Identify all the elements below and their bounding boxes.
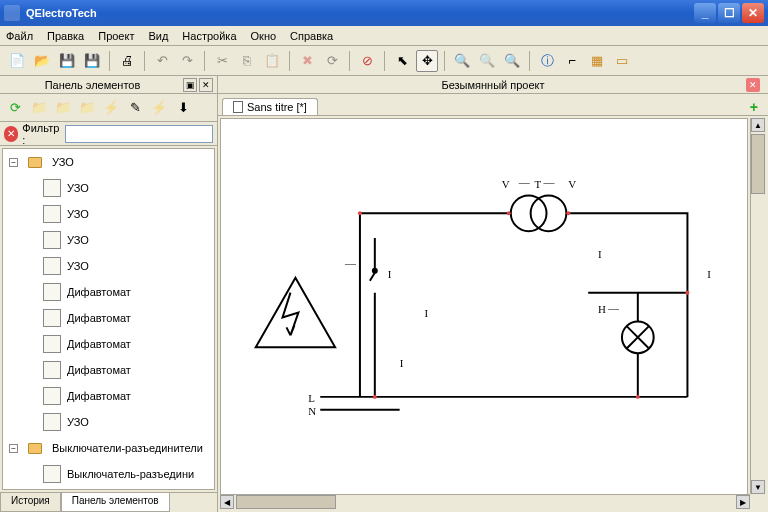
scroll-thumb[interactable] — [236, 495, 336, 509]
project-close-button[interactable]: ✕ — [746, 78, 760, 92]
main-toolbar: 📄 📂 💾 💾 🖨 ↶ ↷ ✂ ⎘ 📋 ✖ ⟳ ⊘ ⬉ ✥ 🔍 🔍 🔍 ⓘ ⌐ … — [0, 46, 768, 76]
wire-tool[interactable]: ⌐ — [561, 50, 583, 72]
horizontal-scrollbar[interactable]: ◀ ▶ — [220, 494, 750, 510]
menu-settings[interactable]: Настройка — [182, 30, 236, 42]
tree-item[interactable]: УЗО — [3, 227, 214, 253]
menu-view[interactable]: Вид — [148, 30, 168, 42]
element-icon — [43, 335, 61, 353]
cut-button[interactable]: ✂ — [211, 50, 233, 72]
stop-button[interactable]: ⊘ — [356, 50, 378, 72]
scroll-down-icon[interactable]: ▼ — [751, 480, 765, 494]
newcat-button[interactable]: 📁 — [28, 97, 50, 119]
element-icon — [43, 361, 61, 379]
element-icon — [43, 413, 61, 431]
svg-point-9 — [636, 395, 640, 399]
svg-text:V: V — [568, 178, 576, 190]
element-icon — [43, 205, 61, 223]
delcat-button[interactable]: 📁 — [76, 97, 98, 119]
filter-row: ✕ Фильтр : — [0, 122, 217, 146]
save-button[interactable]: 💾 — [56, 50, 78, 72]
menu-help[interactable]: Справка — [290, 30, 333, 42]
import-button[interactable]: ⬇ — [172, 97, 194, 119]
menu-window[interactable]: Окно — [251, 30, 277, 42]
editcat-button[interactable]: 📁 — [52, 97, 74, 119]
tree-item[interactable]: УЗО — [3, 201, 214, 227]
frame-button[interactable]: ▭ — [611, 50, 633, 72]
maximize-button[interactable]: ☐ — [718, 3, 740, 23]
close-button[interactable]: ✕ — [742, 3, 764, 23]
vertical-scrollbar[interactable]: ▲ ▼ — [750, 118, 766, 494]
select-tool[interactable]: ⬉ — [391, 50, 413, 72]
filter-label: Фильтр : — [22, 122, 61, 146]
minimize-button[interactable]: _ — [694, 3, 716, 23]
zoomin-button[interactable]: 🔍 — [451, 50, 473, 72]
svg-point-5 — [507, 211, 511, 215]
new-button[interactable]: 📄 — [6, 50, 28, 72]
scroll-up-icon[interactable]: ▲ — [751, 118, 765, 132]
tree-item[interactable]: Дифавтомат — [3, 357, 214, 383]
zoomout-button[interactable]: 🔍 — [476, 50, 498, 72]
scroll-left-icon[interactable]: ◀ — [220, 495, 234, 509]
zoomfit-button[interactable]: 🔍 — [501, 50, 523, 72]
paste-button[interactable]: 📋 — [261, 50, 283, 72]
svg-point-4 — [358, 211, 362, 215]
titleblock-button[interactable]: ▦ — [586, 50, 608, 72]
panel-float-button[interactable]: ▣ — [183, 78, 197, 92]
element-tree[interactable]: − УЗО УЗОУЗОУЗОУЗОДифавтоматДифавтоматДи… — [2, 148, 215, 490]
panel-close-button[interactable]: ✕ — [199, 78, 213, 92]
element-icon — [43, 257, 61, 275]
svg-point-7 — [685, 291, 689, 295]
panel-bottom-tabs: История Панель элементов — [0, 492, 217, 512]
scroll-thumb[interactable] — [751, 134, 765, 194]
delete-button[interactable]: ✖ — [296, 50, 318, 72]
menu-file[interactable]: Файл — [6, 30, 33, 42]
tree-item[interactable]: УЗО — [3, 409, 214, 435]
open-button[interactable]: 📂 — [31, 50, 53, 72]
diagram-tab[interactable]: Sans titre [*] — [222, 98, 318, 115]
svg-text:V: V — [502, 178, 510, 190]
info-button[interactable]: ⓘ — [536, 50, 558, 72]
workspace: Безымянный проект ✕ Sans titre [*] + — [218, 76, 768, 512]
menu-project[interactable]: Проект — [98, 30, 134, 42]
delel-button[interactable]: ⚡ — [148, 97, 170, 119]
move-tool[interactable]: ✥ — [416, 50, 438, 72]
diagram-canvas[interactable]: V T V ____ __ I I I I I H __ L N — [220, 118, 748, 510]
tree-item[interactable]: Выключатель-разъедини — [3, 461, 214, 487]
svg-text:L: L — [308, 392, 315, 404]
tree-item[interactable]: Дифавтомат — [3, 331, 214, 357]
project-title: Безымянный проект — [441, 79, 544, 91]
saveas-button[interactable]: 💾 — [81, 50, 103, 72]
undo-button[interactable]: ↶ — [151, 50, 173, 72]
redo-button[interactable]: ↷ — [176, 50, 198, 72]
tree-folder[interactable]: − УЗО — [3, 149, 214, 175]
collapse-icon[interactable]: − — [9, 444, 18, 453]
tab-elements[interactable]: Панель элементов — [61, 493, 170, 512]
filter-input[interactable] — [65, 125, 213, 143]
edit-button[interactable]: ✎ — [124, 97, 146, 119]
reload-button[interactable]: ⟳ — [4, 97, 26, 119]
svg-point-0 — [511, 195, 547, 231]
tree-folder[interactable]: − Выключатели-разъединители — [3, 435, 214, 461]
tree-item[interactable]: Дифавтомат — [3, 383, 214, 409]
svg-text:I: I — [424, 307, 428, 319]
scroll-right-icon[interactable]: ▶ — [736, 495, 750, 509]
tree-item[interactable]: УЗО — [3, 175, 214, 201]
print-button[interactable]: 🖨 — [116, 50, 138, 72]
copy-button[interactable]: ⎘ — [236, 50, 258, 72]
tree-item[interactable]: Дифавтомат — [3, 279, 214, 305]
collapse-icon[interactable]: − — [9, 158, 18, 167]
element-icon — [43, 283, 61, 301]
tree-item[interactable]: Дифавтомат — [3, 305, 214, 331]
newel-button[interactable]: ⚡ — [100, 97, 122, 119]
element-icon — [43, 179, 61, 197]
window-title: QElectroTech — [26, 7, 97, 19]
add-tab-button[interactable]: + — [746, 99, 762, 115]
rotate-button[interactable]: ⟳ — [321, 50, 343, 72]
svg-text:I: I — [707, 268, 711, 280]
menu-edit[interactable]: Правка — [47, 30, 84, 42]
tab-history[interactable]: История — [0, 493, 61, 512]
tree-item[interactable]: УЗО — [3, 253, 214, 279]
clear-filter-button[interactable]: ✕ — [4, 126, 18, 142]
element-icon — [43, 387, 61, 405]
folder-icon — [28, 443, 42, 454]
